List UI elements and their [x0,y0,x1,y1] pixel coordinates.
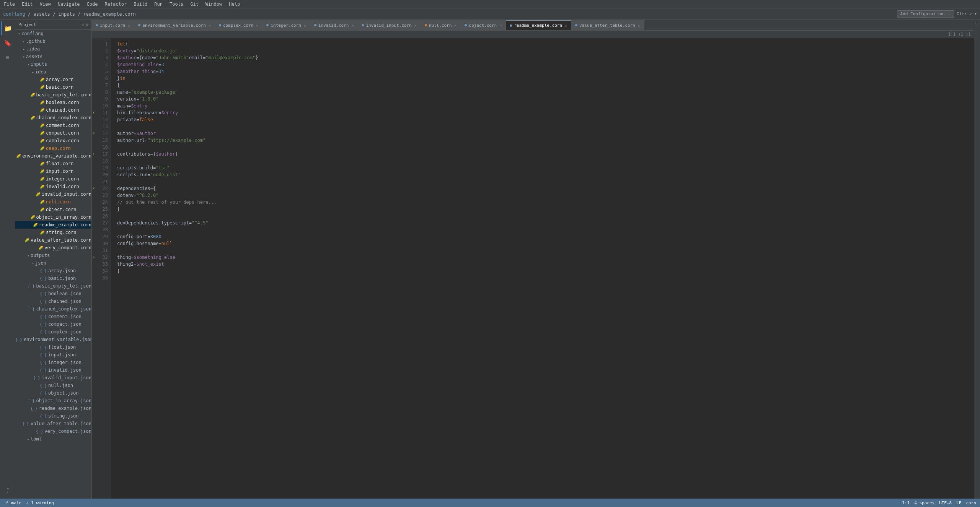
tree-json[interactable]: ▾ json [15,259,91,267]
line-separator-status[interactable]: LF [956,500,961,505]
tree-float-json[interactable]: { } float.json [15,343,91,351]
menu-build[interactable]: Build [133,2,148,7]
tab-close-icon[interactable]: ✕ [565,23,567,28]
tab-object-corn[interactable]: object.corn ✕ [461,20,506,30]
menu-view[interactable]: View [39,2,52,7]
tree-comment-corn[interactable]: 🌽 comment.corn [15,122,91,129]
tree-basic-empty-corn[interactable]: 🌽 basic_empty_let.corn [15,91,91,99]
code-editor[interactable]: 1 2 3 4 5 6 7 8 9 10 11 12 13 14 15 16 1… [92,38,974,499]
tree-boolean-corn[interactable]: 🌽 boolean.corn [15,99,91,106]
tab-env-corn[interactable]: environment_variable.corn ✕ [134,20,215,30]
tree-compact-json[interactable]: { } compact.json [15,320,91,328]
right-panel-icon[interactable]: ⋮ [975,21,979,25]
tree-complex-json[interactable]: { } complex.json [15,328,91,336]
code-content[interactable]: let { $entry = "dist/index.js" $author =… [111,38,974,499]
tree-object-in-array-corn[interactable]: 🌽 object_in_array.corn [15,213,91,221]
tab-input-corn[interactable]: input.corn ✕ [92,20,134,30]
tree-integer-corn[interactable]: 🌽 integer.corn [15,175,91,183]
indent-status[interactable]: 4 spaces [914,500,934,505]
tree-very-compact-corn[interactable]: 🌽 very_compact.corn [15,244,91,252]
tree-readme-json[interactable]: { } readme_example.json [15,405,91,412]
menu-code[interactable]: Code [86,2,99,7]
tab-invalid-corn[interactable]: invalid.corn ✕ [310,20,358,30]
menu-help[interactable]: Help [228,2,241,7]
tree-string-json[interactable]: { } string.json [15,412,91,420]
tree-env-json[interactable]: { } environment_variable.json [15,336,91,343]
tree-array-corn[interactable]: 🌽 array.corn [15,76,91,83]
tree-input-corn[interactable]: 🌽 input.corn [15,167,91,175]
tree-invalid-json[interactable]: { } invalid.json [15,366,91,374]
tab-close-icon[interactable]: ✕ [304,23,306,28]
line-col-status[interactable]: 1:1 [902,500,910,505]
tab-close-icon[interactable]: ✕ [414,23,417,28]
warnings-count[interactable]: ⚠ 1 warning [26,500,54,505]
menu-tools[interactable]: Tools [169,2,184,7]
tab-value-after-table-corn[interactable]: value_after_table.corn ✕ [571,20,644,30]
tree-basic-corn[interactable]: 🌽 basic.corn [15,83,91,91]
tree-invalid-input-json[interactable]: { } invalid_input.json [15,374,91,382]
tab-close-icon[interactable]: ✕ [256,23,258,28]
tree-idea-sub[interactable]: ▸ idea [15,68,91,76]
tree-chained-json[interactable]: { } chained.json [15,297,91,305]
tree-object-in-array-json[interactable]: { } object_in_array.json [15,397,91,405]
tab-null-corn[interactable]: null.corn ✕ [421,20,461,30]
menu-run[interactable]: Run [153,2,163,7]
tree-invalid-input-corn[interactable]: 🌽 invalid_input.corn [15,190,91,198]
menu-refactor[interactable]: Refactor [104,2,127,7]
settings-icon[interactable]: ⚙ [86,22,88,27]
tab-complex-corn[interactable]: complex.corn ✕ [215,20,263,30]
tree-deep-corn[interactable]: 🌽 deep.corn [15,145,91,152]
git-branch[interactable]: ⎇ main [4,500,21,505]
tree-array-json[interactable]: { } array.json [15,267,91,275]
encoding-status[interactable]: UTF-8 [939,500,952,505]
tree-toml[interactable]: ▸ toml [15,435,91,443]
menu-navigate[interactable]: Navigate [57,2,81,7]
tab-close-icon[interactable]: ✕ [454,23,457,28]
collapse-icon[interactable]: ⊟ [82,22,85,27]
menu-edit[interactable]: Edit [21,2,34,7]
tree-github[interactable]: ▸ .github [15,37,91,45]
structure-icon[interactable]: ≡ [1,50,15,64]
tree-compact-corn[interactable]: 🌽 compact.corn [15,129,91,137]
tree-assets[interactable]: ▾ assets [15,53,91,60]
file-type-status[interactable]: corn [966,500,977,505]
menu-window[interactable]: Window [205,2,223,7]
tree-basic-json[interactable]: { } basic.json [15,275,91,282]
add-config-button[interactable]: Add Configuration... [897,10,954,18]
tree-float-corn[interactable]: 🌽 float.corn [15,160,91,167]
tree-null-corn[interactable]: 🌽 null.corn [15,198,91,206]
menu-git[interactable]: Git [189,2,199,7]
tree-comment-json[interactable]: { } comment.json [15,313,91,320]
tree-conflang[interactable]: ▾ conflang [15,30,91,37]
tree-chained-complex-corn[interactable]: 🌽 chained_complex.corn [15,114,91,122]
tab-close-icon[interactable]: ✕ [351,23,354,28]
tab-close-icon[interactable]: ✕ [499,23,502,28]
tree-boolean-json[interactable]: { } boolean.json [15,290,91,297]
tab-close-icon[interactable]: ✕ [209,23,211,28]
tree-basic-empty-json[interactable]: { } basic_empty_let.json [15,282,91,290]
tree-integer-json[interactable]: { } integer.json [15,359,91,366]
tree-inputs[interactable]: ▾ inputs [15,60,91,68]
tree-readme-corn[interactable]: 🌽 readme_example.corn [15,221,91,229]
pull-requests-icon[interactable]: ⤴ [1,483,15,497]
tree-outputs[interactable]: ▾ outputs [15,252,91,259]
tree-invalid-corn[interactable]: 🌽 invalid.corn [15,183,91,190]
tree-string-corn[interactable]: 🌽 string.corn [15,229,91,236]
tree-complex-corn[interactable]: 🌽 complex.corn [15,137,91,145]
tree-object-json[interactable]: { } object.json [15,389,91,397]
tree-object-corn[interactable]: 🌽 object.corn [15,206,91,213]
tree-idea[interactable]: ▸ .idea [15,45,91,53]
tab-integer-corn[interactable]: integer.corn ✕ [263,20,310,30]
tab-close-icon[interactable]: ✕ [638,23,640,28]
tree-input-json[interactable]: { } input.json [15,351,91,359]
project-icon[interactable]: 📁 [1,21,15,35]
tab-close-icon[interactable]: ✕ [128,23,130,28]
tree-env-corn[interactable]: 🌽 environment_variable.corn [15,152,91,160]
tree-very-compact-json[interactable]: { } very_compact.json [15,427,91,435]
bookmarks-icon[interactable]: 🔖 [1,36,15,50]
menu-file[interactable]: File [3,2,16,7]
tree-chained-complex-json[interactable]: { } chained_complex.json [15,305,91,313]
tree-value-after-table-json[interactable]: { } value_after_table.json [15,420,91,427]
tree-null-json[interactable]: { } null.json [15,382,91,389]
tree-chained-corn[interactable]: 🌽 chained.corn [15,106,91,114]
